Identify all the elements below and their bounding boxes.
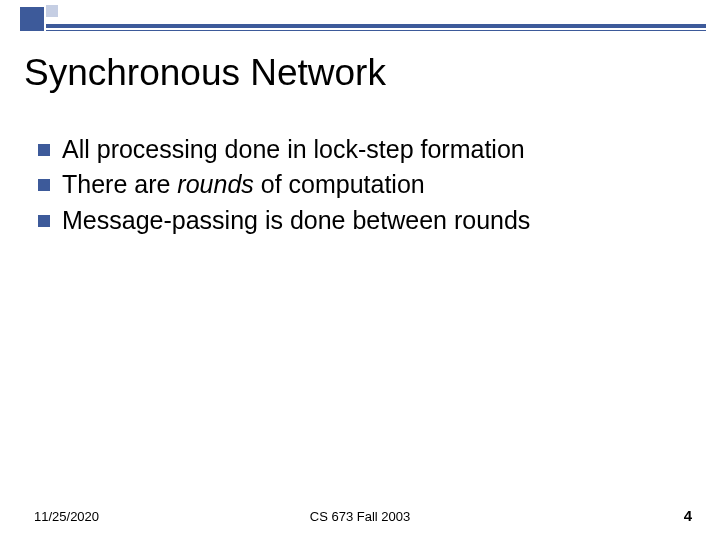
bullet-icon bbox=[38, 179, 50, 191]
bullet-icon bbox=[38, 144, 50, 156]
bullet-text: All processing done in lock-step formati… bbox=[62, 134, 525, 165]
slide-footer: 11/25/2020 CS 673 Fall 2003 4 bbox=[0, 504, 720, 524]
accent-square-small bbox=[46, 5, 58, 17]
header-decoration bbox=[0, 0, 720, 36]
slide-body: All processing done in lock-step formati… bbox=[38, 134, 678, 240]
slide: Synchronous Network All processing done … bbox=[0, 0, 720, 540]
footer-course: CS 673 Fall 2003 bbox=[0, 509, 720, 524]
header-rule-thin bbox=[46, 30, 706, 31]
list-item: There are rounds of computation bbox=[38, 169, 678, 200]
accent-square-large bbox=[20, 7, 44, 31]
list-item: All processing done in lock-step formati… bbox=[38, 134, 678, 165]
header-rule-thick bbox=[46, 24, 706, 28]
bullet-icon bbox=[38, 215, 50, 227]
footer-page-number: 4 bbox=[684, 507, 692, 524]
bullet-text: Message-passing is done between rounds bbox=[62, 205, 530, 236]
bullet-text: There are rounds of computation bbox=[62, 169, 425, 200]
list-item: Message-passing is done between rounds bbox=[38, 205, 678, 236]
slide-title: Synchronous Network bbox=[24, 52, 386, 94]
